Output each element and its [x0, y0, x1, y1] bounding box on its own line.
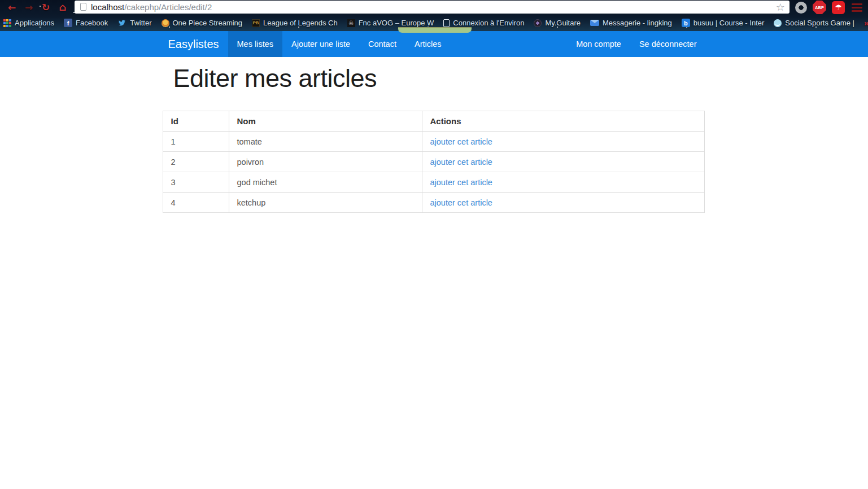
bookmarks-overflow-icon[interactable]: »: [864, 18, 868, 28]
forward-button[interactable]: →: [20, 1, 37, 14]
navbar-container: Easylistes Mes listes Ajouter une liste …: [163, 31, 706, 57]
url-text[interactable]: localhost/cakephp/Articles/edit/2: [91, 2, 775, 12]
nav-item-se-deconnecter[interactable]: Se déconnecter: [630, 31, 706, 57]
extensions-area: ABP ☂: [792, 1, 868, 14]
bookmark-my-guitare[interactable]: My.Guitare: [534, 19, 581, 27]
avira-umbrella-icon[interactable]: ☂: [832, 1, 845, 14]
page-outline-icon: [443, 19, 450, 27]
nav-item-mon-compte[interactable]: Mon compte: [567, 31, 630, 57]
adblock-plus-icon[interactable]: ABP: [813, 1, 826, 14]
ajouter-cet-article-link[interactable]: ajouter cet article: [430, 178, 492, 187]
cell-id: 1: [163, 132, 229, 152]
bookmark-twitter[interactable]: Twitter: [117, 19, 151, 27]
ajouter-cet-article-link[interactable]: ajouter cet article: [430, 137, 492, 146]
cell-nom: ketchup: [229, 193, 422, 213]
dark-circle-icon: [534, 19, 542, 27]
busuu-icon: b: [682, 19, 690, 27]
cell-nom: poivron: [229, 152, 422, 172]
url-host: localhost: [91, 2, 124, 12]
url-path: /cakephp/Articles/edit/2: [124, 2, 212, 12]
back-button[interactable]: ←: [3, 1, 20, 14]
main-content: Editer mes articles Id Nom Actions 1 tom…: [163, 57, 706, 213]
column-header-actions: Actions: [422, 111, 704, 132]
ajouter-cet-article-link[interactable]: ajouter cet article: [430, 198, 492, 207]
app-navbar: Easylistes Mes listes Ajouter une liste …: [0, 31, 868, 57]
straw-hat-icon: [162, 19, 169, 27]
home-button[interactable]: ⌂: [54, 1, 71, 14]
table-row: 1 tomate ajouter cet article: [163, 132, 704, 152]
cell-actions: ajouter cet article: [422, 152, 704, 172]
cell-actions: ajouter cet article: [422, 132, 704, 152]
apps-grid-icon: [3, 19, 11, 27]
page-title: Editer mes articles: [163, 64, 706, 93]
articles-table: Id Nom Actions 1 tomate ajouter cet arti…: [163, 111, 705, 213]
bookmark-facebook[interactable]: f Facebook: [64, 19, 108, 27]
ajouter-cet-article-link[interactable]: ajouter cet article: [430, 158, 492, 167]
address-bar[interactable]: localhost/cakephp/Articles/edit/2 ☆: [75, 1, 790, 14]
table-row: 2 poivron ajouter cet article: [163, 152, 704, 172]
nav-item-ajouter-une-liste[interactable]: Ajouter une liste: [282, 31, 359, 57]
column-header-id: Id: [163, 111, 229, 132]
table-row: 4 ketchup ajouter cet article: [163, 193, 704, 213]
skull-badge-icon: ☠: [347, 19, 355, 27]
bookmark-applications[interactable]: Applications: [3, 19, 54, 27]
cell-id: 4: [163, 193, 229, 213]
nav-item-mes-listes[interactable]: Mes listes: [228, 31, 282, 57]
browser-toolbar: ← → ↻ ⌂ localhost/cakephp/Articles/edit/…: [0, 0, 868, 15]
green-tab-indicator: [398, 27, 472, 33]
envelope-icon: [590, 20, 599, 26]
bookmark-social-sports-game[interactable]: Social Sports Game |: [774, 19, 854, 27]
cell-id: 2: [163, 152, 229, 172]
bookmarks-right: » Autres favoris: [864, 18, 868, 28]
bookmark-busuu[interactable]: b busuu | Course - Inter: [682, 19, 765, 27]
twitter-bird-icon: [117, 19, 127, 27]
navbar-right: Mon compte Se déconnecter: [567, 31, 705, 57]
bookmark-star-icon[interactable]: ☆: [775, 1, 786, 13]
bookmark-one-piece[interactable]: One Piece Streaming: [162, 19, 243, 27]
browser-menu-icon[interactable]: [850, 2, 863, 13]
nav-item-contact[interactable]: Contact: [359, 31, 405, 57]
page-icon: [80, 3, 86, 11]
facebook-icon: f: [64, 19, 72, 27]
cell-nom: tomate: [229, 132, 422, 152]
cell-actions: ajouter cet article: [422, 172, 704, 193]
screen: ← → ↻ ⌂ localhost/cakephp/Articles/edit/…: [0, 0, 868, 489]
bookmark-fnc-avog[interactable]: ☠ Fnc aVOG – Europe W: [347, 19, 434, 27]
cell-actions: ajouter cet article: [422, 193, 704, 213]
gray-ring-extension-icon[interactable]: [795, 2, 807, 14]
bookmark-connexion-environ[interactable]: Connexion à l'Environ: [443, 19, 524, 27]
table-row: 3 god michet ajouter cet article: [163, 172, 704, 193]
reload-button[interactable]: ↻: [37, 1, 54, 14]
cell-id: 3: [163, 172, 229, 193]
brand-easylistes[interactable]: Easylistes: [163, 31, 228, 57]
browser-chrome: ← → ↻ ⌂ localhost/cakephp/Articles/edit/…: [0, 0, 868, 31]
nav-item-articles[interactable]: Articles: [405, 31, 451, 57]
smiley-ball-icon: [774, 19, 782, 27]
table-header-row: Id Nom Actions: [163, 111, 704, 132]
cell-nom: god michet: [229, 172, 422, 193]
bookmark-messagerie[interactable]: Messagerie - lingking: [590, 19, 672, 27]
column-header-nom: Nom: [229, 111, 422, 132]
pb-badge-icon: PB: [252, 19, 260, 27]
bookmark-league-of-legends[interactable]: PB League of Legends Ch: [252, 19, 338, 27]
